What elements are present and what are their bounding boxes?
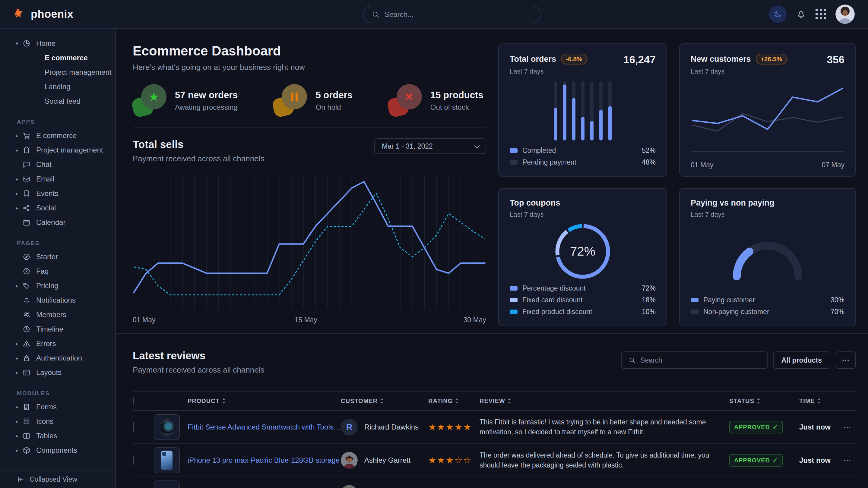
sidebar-item-tables[interactable]: ▸Tables	[0, 429, 115, 443]
collapsed-view-toggle[interactable]: Collapsed View	[0, 470, 115, 488]
reviews-search[interactable]	[621, 352, 768, 369]
sidebar-item-label: Chat	[36, 160, 52, 169]
sidebar-subitem-social-feed[interactable]: Social feed	[0, 94, 115, 108]
sidebar-item-components[interactable]: ▸Components	[0, 443, 115, 458]
legend-value: 30%	[831, 296, 844, 304]
bar-fill	[563, 85, 566, 140]
sidebar-item-timeline[interactable]: Timeline	[0, 322, 115, 336]
row-more-button[interactable]: ⋯	[839, 456, 856, 465]
global-search-input[interactable]	[384, 10, 533, 19]
legend-swatch	[510, 310, 518, 314]
page-title: Ecommerce Dashboard	[133, 43, 486, 59]
legend-value: 70%	[831, 308, 844, 316]
sidebar-item-label: E commerce	[36, 131, 77, 140]
sidebar-item-label: Notifications	[36, 296, 76, 304]
product-thumbnail	[154, 481, 180, 488]
reviews-table: PRODUCTCUSTOMERRATINGREVIEWSTATUSTIME Fi…	[133, 391, 856, 488]
sidebar-item-notifications[interactable]: Notifications	[0, 293, 115, 307]
row-checkbox[interactable]	[133, 422, 134, 432]
legend-swatch	[691, 298, 699, 302]
total-sells-chart: 01 May 15 May 30 May	[133, 175, 486, 325]
sidebar-item-faq[interactable]: Faq	[0, 264, 115, 279]
sidebar-item-forms[interactable]: ▸Forms	[0, 400, 115, 414]
table-more-button[interactable]: ⋯	[836, 352, 856, 369]
sidebar-subitem-landing[interactable]: Landing	[0, 79, 115, 94]
customer-avatar	[341, 452, 358, 469]
product-cell: Fitbit Sense Advanced Smartwatch with To…	[154, 414, 341, 440]
sidebar-item-email[interactable]: ▸Email	[0, 172, 115, 186]
legend-swatch	[510, 298, 518, 302]
sidebar-item-e-commerce[interactable]: ▸E commerce	[0, 128, 115, 143]
sidebar-item-social[interactable]: ▸Social	[0, 201, 115, 215]
user-avatar[interactable]	[835, 4, 855, 24]
sidebar-item-label: Timeline	[36, 325, 63, 333]
all-products-button[interactable]: All products	[773, 352, 830, 369]
product-link[interactable]: iPhone 13 pro max-Pacific Blue-128GB sto…	[188, 456, 340, 464]
global-search[interactable]	[363, 6, 541, 23]
sidebar-item-label: Errors	[36, 339, 56, 348]
chat-icon	[22, 160, 31, 169]
donut-center-value: 72%	[570, 244, 595, 259]
sidebar-item-icons[interactable]: ▸Icons	[0, 414, 115, 429]
status-cell: APPROVED✓	[729, 421, 799, 433]
select-all-checkbox[interactable]	[133, 397, 134, 405]
sidebar-item-home[interactable]: ▾Home	[0, 36, 115, 51]
column-header-customer[interactable]: CUSTOMER	[341, 398, 428, 404]
status-badge: APPROVED✓	[729, 421, 783, 433]
sidebar-subitem-project-management[interactable]: Project management	[0, 65, 115, 79]
sidebar-item-label: Layouts	[36, 368, 62, 377]
legend-swatch	[510, 148, 518, 153]
sidebar-item-chat[interactable]: Chat	[0, 157, 115, 172]
row-select-cell	[133, 456, 154, 464]
x-icon: ✕	[388, 84, 423, 117]
sidebar-item-members[interactable]: Members	[0, 307, 115, 322]
sidebar-item-pricing[interactable]: ▸Pricing	[0, 279, 115, 293]
legend-row: Completed52%	[510, 147, 656, 155]
legend-row: Paying customer30%	[691, 296, 844, 304]
row-select-cell	[133, 423, 154, 431]
column-header-product[interactable]: PRODUCT	[154, 398, 341, 404]
coupons-donut-chart: 72%	[510, 219, 656, 284]
caret-right-icon: ▸	[16, 355, 22, 361]
row-checkbox[interactable]	[133, 455, 134, 465]
brand[interactable]: phoenix	[13, 7, 73, 21]
legend-value: 48%	[642, 158, 656, 166]
moon-icon	[773, 10, 782, 19]
row-more-button[interactable]: ⋯	[839, 423, 856, 432]
sidebar-item-label: Social	[36, 204, 56, 212]
rating-stars: ★★★☆☆	[428, 455, 479, 465]
sidebar-item-project-management[interactable]: ▸Project management	[0, 143, 115, 157]
bookmark-icon	[22, 189, 31, 198]
sidebar-item-calendar[interactable]: Calendar	[0, 215, 115, 230]
product-cell	[154, 481, 341, 488]
sidebar-item-authentication[interactable]: ▸Authentication	[0, 351, 115, 365]
sidebar-subitem-e-commerce[interactable]: E commerce	[0, 51, 115, 65]
column-header-rating[interactable]: RATING	[428, 398, 479, 404]
sidebar-item-errors[interactable]: ▸Errors	[0, 336, 115, 351]
legend-label: Paying customer	[703, 296, 755, 304]
file-icon	[22, 403, 31, 411]
main-content: Ecommerce Dashboard Here's what's going …	[116, 30, 868, 488]
grid4-icon	[22, 417, 31, 426]
column-header-review[interactable]: REVIEW	[479, 398, 729, 404]
date-range-select[interactable]: Mar 1 - 31, 2022	[374, 138, 486, 154]
sidebar-item-layouts[interactable]: ▸Layouts	[0, 365, 115, 380]
trend-badge: -6.8%	[561, 54, 587, 65]
apps-grid-button[interactable]	[815, 9, 826, 20]
paying-gauge-chart	[691, 219, 844, 296]
time-cell: Just now	[799, 456, 839, 464]
total-orders-value: 16,247	[623, 54, 656, 66]
trend-badge: +26.5%	[756, 54, 787, 65]
sidebar-section-label: APPS	[17, 119, 115, 125]
notifications-button[interactable]	[796, 8, 806, 20]
reviews-search-input[interactable]	[640, 356, 760, 364]
total-orders-card: Total orders -6.8% Last 7 days 16,247 Co…	[498, 43, 667, 176]
product-link[interactable]: Fitbit Sense Advanced Smartwatch with To…	[188, 423, 341, 431]
column-header-time[interactable]: TIME	[799, 398, 839, 404]
sidebar-item-starter[interactable]: Starter	[0, 250, 115, 264]
x-label-start: 01 May	[133, 316, 155, 324]
sidebar-item-events[interactable]: ▸Events	[0, 186, 115, 201]
theme-toggle-button[interactable]	[769, 5, 786, 23]
column-header-status[interactable]: STATUS	[729, 398, 799, 404]
legend-row: Non-paying customer70%	[691, 308, 844, 316]
